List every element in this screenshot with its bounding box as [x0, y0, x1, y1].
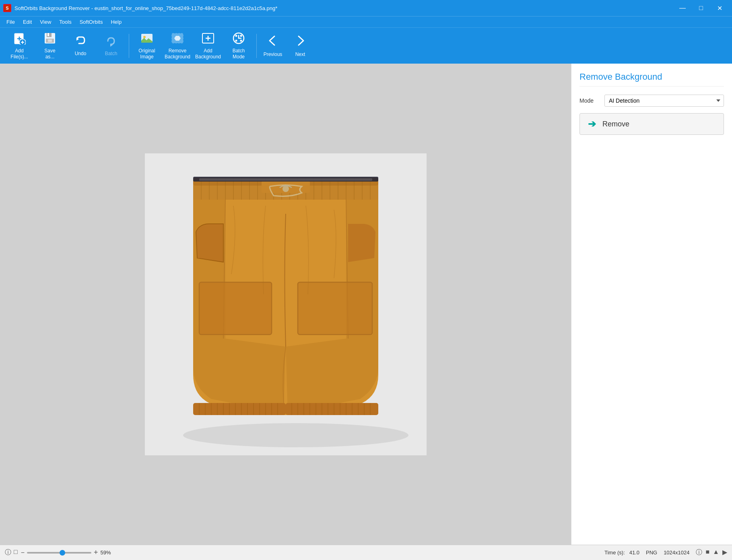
menu-softorbits[interactable]: SoftOrbits — [76, 18, 106, 26]
menu-view[interactable]: View — [37, 18, 54, 26]
minimize-button[interactable]: — — [673, 0, 692, 16]
original-image-icon — [140, 32, 153, 46]
status-action-icons: ⓘ ■ ▲ ▶ — [696, 548, 727, 557]
next-icon — [293, 34, 307, 50]
batch-icon — [105, 35, 118, 49]
title-bar-left: S SoftOrbits Background Remover - eustin… — [3, 4, 277, 12]
batch-mode-icon — [232, 32, 245, 46]
original-image-label: OriginalImage — [138, 48, 155, 60]
close-button[interactable]: ✕ — [710, 0, 729, 16]
menu-bar: File Edit View Tools SoftOrbits Help — [0, 16, 732, 27]
toolbar: AddFile(s)... Saveas... Undo — [0, 27, 732, 64]
zoom-plus-button[interactable]: + — [94, 548, 98, 557]
status-bar: ⓘ □ − + 59% Time (s): 41.0 PNG 1024x1024… — [0, 545, 732, 560]
main-content: Remove Background Mode AI Detection Colo… — [0, 64, 732, 545]
status-right: Time (s): 41.0 PNG 1024x1024 ⓘ ■ ▲ ▶ — [604, 548, 727, 557]
undo-icon — [74, 35, 87, 49]
right-panel: Remove Background Mode AI Detection Colo… — [571, 64, 732, 545]
add-background-button[interactable]: AddBackground — [194, 30, 223, 62]
zoom-percentage: 59% — [101, 550, 111, 556]
panel-title: Remove Background — [579, 72, 724, 87]
status-icons: ⓘ □ — [5, 548, 18, 557]
toolbar-separator-1 — [129, 34, 129, 58]
play-icon[interactable]: ▶ — [722, 548, 727, 557]
mode-row: Mode AI Detection Color Manual — [579, 95, 724, 107]
zoom-minus-button[interactable]: − — [21, 549, 25, 556]
previous-label: Previous — [264, 52, 282, 57]
crop-icon[interactable]: □ — [14, 548, 18, 557]
status-left: ⓘ □ − + 59% — [5, 548, 600, 557]
save-as-button[interactable]: Saveas... — [35, 30, 64, 62]
next-button[interactable]: Next — [287, 30, 313, 62]
window-controls: — □ ✕ — [673, 0, 729, 16]
remove-bg-label: RemoveBackground — [165, 48, 190, 60]
undo-label: Undo — [75, 51, 87, 56]
title-bar: S SoftOrbits Background Remover - eustin… — [0, 0, 732, 16]
window-title: SoftOrbits Background Remover - eustin_s… — [14, 5, 277, 11]
svg-point-24 — [235, 40, 237, 42]
remove-arrow-icon: ➔ — [588, 118, 596, 130]
svg-text:S: S — [6, 6, 8, 10]
original-image-button[interactable]: OriginalImage — [132, 30, 161, 62]
format-display: PNG — [646, 550, 657, 556]
save-as-label: Saveas... — [44, 48, 55, 60]
remove-button[interactable]: ➔ Remove — [579, 113, 724, 135]
time-value: 41.0 — [629, 550, 639, 556]
batch-button[interactable]: Batch — [97, 30, 126, 62]
info-circle-icon[interactable]: ⓘ — [696, 548, 702, 557]
twitter-icon[interactable]: ▲ — [713, 548, 719, 557]
time-label: Time (s): — [604, 550, 625, 556]
save-icon — [43, 32, 56, 46]
menu-edit[interactable]: Edit — [20, 18, 35, 26]
zoom-control: − + 59% — [21, 548, 111, 557]
batch-mode-button[interactable]: BatchMode — [224, 30, 253, 62]
zoom-thumb[interactable] — [60, 550, 65, 556]
mode-select[interactable]: AI Detection Color Manual — [604, 95, 724, 107]
svg-point-16 — [143, 36, 146, 38]
menu-file[interactable]: File — [3, 18, 18, 26]
menu-help[interactable]: Help — [107, 18, 125, 26]
dimensions-display: 1024x1024 — [664, 550, 689, 556]
previous-icon — [266, 34, 280, 50]
add-files-icon — [13, 32, 26, 46]
image-canvas — [145, 153, 427, 455]
batch-mode-label: BatchMode — [233, 48, 245, 60]
canvas-area[interactable] — [0, 64, 571, 545]
facebook-icon[interactable]: ■ — [705, 548, 709, 557]
maximize-button[interactable]: □ — [692, 0, 710, 16]
svg-point-25 — [240, 40, 242, 42]
svg-point-22 — [235, 35, 237, 37]
time-display: Time (s): 41.0 — [604, 550, 639, 556]
info-icon[interactable]: ⓘ — [5, 548, 11, 557]
svg-rect-56 — [298, 282, 372, 335]
add-background-label: AddBackground — [195, 48, 221, 60]
svg-point-53 — [282, 186, 289, 192]
shorts-svg — [145, 153, 427, 455]
app-icon: S — [3, 4, 11, 12]
batch-label: Batch — [105, 51, 118, 56]
undo-button[interactable]: Undo — [66, 30, 95, 62]
menu-tools[interactable]: Tools — [56, 18, 74, 26]
remove-background-icon — [171, 32, 184, 46]
svg-point-23 — [240, 35, 242, 37]
svg-rect-89 — [199, 178, 372, 181]
mode-label: Mode — [579, 97, 600, 104]
toolbar-separator-2 — [256, 34, 257, 58]
add-files-label: AddFile(s)... — [10, 48, 28, 60]
previous-button[interactable]: Previous — [260, 30, 286, 62]
remove-background-button[interactable]: RemoveBackground — [163, 30, 192, 62]
zoom-slider[interactable] — [27, 552, 91, 554]
svg-rect-54 — [199, 282, 272, 335]
add-files-button[interactable]: AddFile(s)... — [5, 30, 34, 62]
svg-rect-10 — [47, 33, 49, 36]
add-background-icon — [202, 32, 214, 46]
next-label: Next — [295, 52, 305, 57]
svg-rect-12 — [48, 39, 52, 42]
remove-button-label: Remove — [602, 120, 629, 128]
svg-point-27 — [183, 423, 408, 447]
